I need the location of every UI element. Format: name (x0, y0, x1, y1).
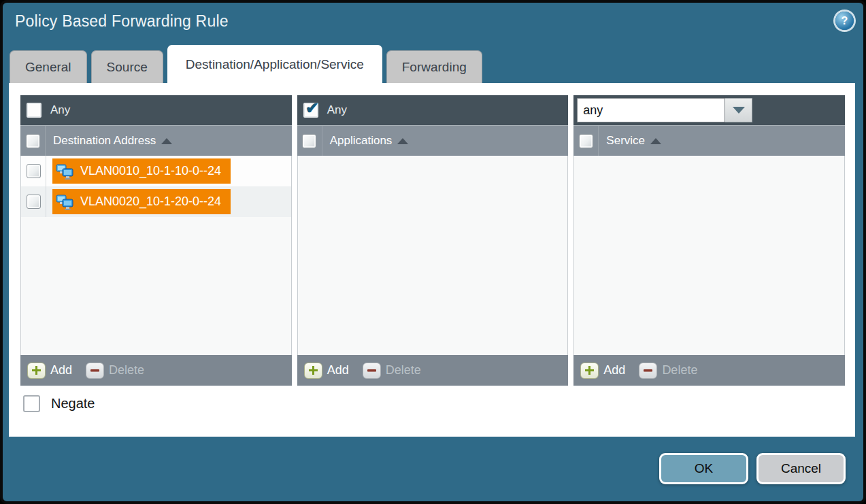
destination-any-checkbox[interactable] (27, 103, 41, 118)
applications-footer-toolbar: Add Delete (297, 355, 569, 386)
negate-row: Negate (23, 395, 95, 412)
delete-button-label: Delete (662, 363, 697, 377)
address-object-chip[interactable]: VLAN0010_10-1-10-0--24 (52, 158, 231, 184)
applications-any-checkbox[interactable]: ✔ (303, 103, 318, 118)
add-button-label: Add (603, 363, 625, 377)
negate-label: Negate (51, 396, 95, 411)
dialog-title: Policy Based Forwarding Rule (15, 12, 229, 31)
applications-any-bar: ✔ Any (297, 95, 569, 125)
destination-footer-toolbar: Add Delete (20, 355, 292, 386)
address-object-label: VLAN0020_10-1-20-0--24 (80, 195, 221, 209)
destination-any-label: Any (50, 103, 70, 117)
dropdown-button[interactable] (725, 98, 752, 122)
select-all-cell (573, 126, 599, 156)
add-button-label: Add (327, 363, 349, 377)
tab-label: Source (107, 60, 148, 75)
delete-button[interactable]: Delete (363, 363, 421, 379)
row-checkbox[interactable] (27, 164, 41, 178)
destination-select-all-checkbox[interactable] (26, 134, 40, 148)
chip-wrap: VLAN0010_10-1-10-0--24 (46, 156, 231, 186)
service-column: any Service (573, 95, 845, 386)
chip-wrap: VLAN0020_10-1-20-0--24 (46, 186, 231, 217)
select-all-cell (297, 126, 322, 156)
tab-label: General (25, 60, 71, 75)
columns-container: Any Destination Address (20, 95, 845, 386)
service-dropdown-value[interactable]: any (577, 98, 725, 122)
delete-button-label: Delete (386, 363, 421, 377)
minus-icon (639, 363, 657, 379)
service-dropdown-bar: any (573, 95, 845, 125)
delete-button[interactable]: Delete (86, 363, 144, 379)
checkmark-icon: ✔ (305, 100, 319, 116)
plus-icon (304, 363, 322, 379)
destination-address-column: Any Destination Address (20, 95, 292, 386)
negate-checkbox[interactable] (23, 395, 40, 412)
applications-list (297, 156, 569, 355)
tab-source[interactable]: Source (91, 50, 163, 83)
table-row: VLAN0020_10-1-20-0--24 (21, 186, 291, 217)
tab-forwarding[interactable]: Forwarding (386, 50, 482, 83)
address-object-chip[interactable]: VLAN0020_10-1-20-0--24 (52, 189, 231, 214)
service-select-all-checkbox[interactable] (579, 134, 593, 148)
delete-button-label: Delete (109, 363, 144, 377)
applications-column: ✔ Any Applications (297, 95, 569, 386)
minus-icon (363, 363, 381, 379)
applications-header-label: Applications (330, 134, 393, 148)
plus-icon (27, 363, 46, 379)
sort-asc-icon (397, 138, 408, 144)
policy-based-forwarding-dialog: Policy Based Forwarding Rule ? General S… (0, 0, 866, 504)
help-icon-glyph: ? (842, 15, 848, 27)
service-footer-toolbar: Add Delete (573, 355, 845, 386)
service-header-label: Service (606, 134, 645, 148)
applications-any-label: Any (327, 103, 347, 117)
tab-label: Destination/Application/Service (186, 57, 364, 72)
network-computers-icon (56, 194, 74, 210)
network-computers-icon (56, 163, 74, 180)
row-checkbox-cell (21, 186, 46, 217)
add-button[interactable]: Add (580, 363, 625, 379)
row-checkbox[interactable] (27, 195, 41, 209)
destination-address-header[interactable]: Destination Address (20, 125, 292, 156)
add-button[interactable]: Add (304, 363, 349, 379)
service-list (573, 156, 845, 355)
sort-asc-icon (161, 138, 172, 144)
chevron-down-icon (733, 107, 745, 114)
service-header[interactable]: Service (573, 125, 845, 156)
delete-button[interactable]: Delete (639, 363, 697, 379)
service-dropdown[interactable]: any (577, 98, 752, 122)
applications-select-all-checkbox[interactable] (302, 134, 316, 148)
sort-asc-icon (650, 138, 661, 144)
select-all-cell (20, 126, 46, 156)
add-button-label: Add (50, 363, 72, 377)
applications-header[interactable]: Applications (297, 125, 569, 156)
table-row: VLAN0010_10-1-10-0--24 (21, 156, 291, 186)
destination-any-bar: Any (20, 95, 292, 125)
plus-icon (580, 363, 599, 379)
address-object-label: VLAN0010_10-1-10-0--24 (80, 164, 221, 178)
ok-button[interactable]: OK (659, 453, 748, 484)
tab-label: Forwarding (402, 60, 467, 75)
destination-header-label: Destination Address (53, 134, 156, 148)
minus-icon (86, 363, 104, 379)
tab-general[interactable]: General (10, 50, 87, 83)
row-checkbox-cell (21, 156, 46, 186)
tab-destination-application-service[interactable]: Destination/Application/Service (167, 45, 382, 83)
destination-address-list: VLAN0010_10-1-10-0--24 (20, 156, 292, 355)
add-button[interactable]: Add (27, 363, 72, 379)
tab-content-panel: Any Destination Address (9, 83, 855, 437)
tab-bar: General Source Destination/Application/S… (10, 45, 482, 83)
cancel-button[interactable]: Cancel (756, 453, 846, 484)
help-icon[interactable]: ? (835, 12, 854, 30)
